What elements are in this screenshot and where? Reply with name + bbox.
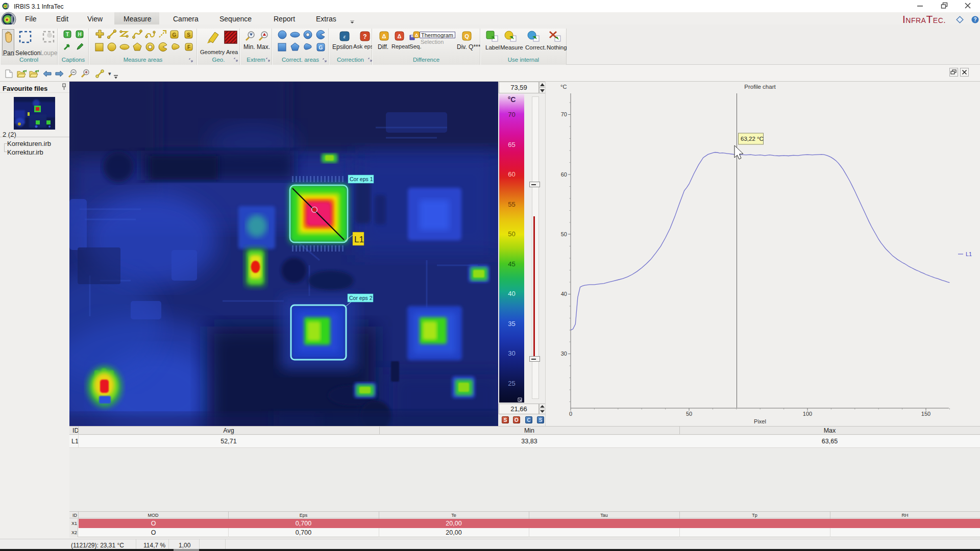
svg-text:Δ: Δ	[415, 33, 418, 38]
svg-text:100: 100	[803, 411, 812, 417]
svg-text:30: 30	[561, 350, 567, 357]
svg-text:Pixel: Pixel	[754, 418, 766, 424]
svg-text:Δ: Δ	[398, 33, 402, 39]
svg-text:50: 50	[561, 231, 567, 237]
svg-text:63,22 °C: 63,22 °C	[741, 136, 764, 142]
svg-text:40: 40	[561, 291, 567, 297]
svg-text:H: H	[78, 32, 81, 37]
svg-text:50: 50	[686, 411, 692, 417]
svg-text:?: ?	[973, 17, 976, 22]
svg-text:G: G	[319, 45, 323, 51]
svg-text:T: T	[66, 32, 69, 37]
svg-text:S: S	[187, 32, 190, 38]
svg-text:G: G	[173, 32, 177, 38]
svg-text:L1: L1	[966, 251, 972, 257]
svg-text:F: F	[187, 44, 190, 50]
svg-text:Δ: Δ	[382, 33, 386, 39]
svg-text:?: ?	[363, 33, 366, 40]
svg-text:Cor eps 1: Cor eps 1	[350, 176, 373, 182]
svg-text:150: 150	[921, 411, 930, 417]
svg-text:Cor eps 2: Cor eps 2	[349, 295, 373, 301]
svg-text:0: 0	[569, 411, 572, 417]
svg-text:°C: °C	[560, 84, 567, 90]
svg-text:L1: L1	[354, 235, 364, 244]
svg-text:Q: Q	[464, 33, 469, 39]
svg-text:ε: ε	[344, 33, 346, 39]
svg-text:60: 60	[561, 171, 567, 178]
svg-text:70: 70	[561, 111, 567, 117]
svg-text:Profile chart: Profile chart	[744, 84, 776, 90]
